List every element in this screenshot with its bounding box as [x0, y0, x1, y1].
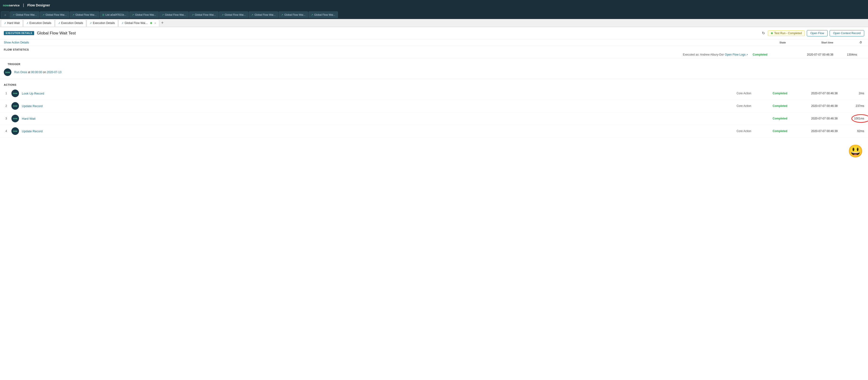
browser-tab-label-6: Global Flow Wai... — [165, 13, 186, 16]
app-tab-label-1: Execution Details — [29, 21, 52, 25]
col-header-start-time: Start time — [786, 41, 833, 44]
add-tab-button[interactable]: + — [160, 21, 165, 25]
col-header-state: State — [753, 41, 786, 44]
test-run-badge: Test Run - Completed — [768, 30, 805, 36]
flow-state: Completed — [753, 53, 786, 56]
action-name-4[interactable]: Update Record — [22, 129, 715, 133]
app-tabs-bar: ↗ Hard Wait ↗ Execution Details ↗ Execut… — [0, 19, 868, 27]
app-tab-exec-3[interactable]: ↗ Execution Details — [87, 20, 118, 27]
exec-title: Global Flow Wait Test — [37, 31, 758, 36]
action-name-1[interactable]: Look Up Record — [22, 92, 715, 95]
action-num-3: 3 — [4, 117, 8, 120]
open-flow-logs-link[interactable]: Open Flow Logs ↗ — [725, 53, 748, 56]
action-start-3: 2020-07-07 00:46:38 — [790, 117, 838, 120]
app-tab-icon-3: ↗ — [90, 22, 92, 25]
actions-title: ACTIONS — [0, 81, 868, 87]
action-type-4: Core Action — [718, 129, 751, 133]
action-type-2: Core Action — [718, 104, 751, 108]
action-state-3: Completed — [754, 117, 787, 120]
action-avatar-4: now — [11, 127, 19, 135]
browser-tab-5[interactable]: ↗ Global Flow Wai... — [129, 11, 159, 18]
action-details-row: Show Action Details State Start time ⏱ — [0, 39, 868, 46]
tab-icon-4: ☰ — [102, 13, 104, 16]
action-start-4: 2020-07-07 00:46:39 — [790, 129, 838, 133]
action-state-1: Completed — [754, 92, 787, 95]
flow-duration: 1304ms — [833, 53, 857, 56]
action-type-1: Core Action — [718, 92, 751, 95]
actions-section: ACTIONS 1 now Look Up Record Core Action… — [0, 79, 868, 139]
browser-tab-4[interactable]: ☰ List a0a0f7821b... — [100, 11, 129, 18]
action-state-2: Completed — [754, 104, 787, 108]
tab-close-icon[interactable]: ✕ — [154, 22, 156, 25]
on-text: on — [43, 70, 47, 74]
open-flow-button[interactable]: Open Flow — [807, 30, 828, 36]
action-duration-2: 237ms — [840, 104, 864, 108]
browser-tab-label-5: Global Flow Wai... — [135, 13, 156, 16]
tab-icon-7: ↗ — [192, 13, 194, 16]
browser-tab-label-2: Global Flow Wai... — [45, 13, 67, 16]
show-action-details-link[interactable]: Show Action Details — [4, 41, 29, 44]
column-headers: State Start time ⏱ — [753, 41, 864, 44]
home-icon: ⌂ — [4, 13, 6, 16]
action-name-2[interactable]: Update Record — [22, 104, 715, 108]
app-tab-label-0: Hard Wait — [7, 21, 20, 25]
table-row: 3 now Hard Wait Completed 2020-07-07 00:… — [0, 112, 868, 125]
browser-tab-1[interactable]: ↗ Global Flow Wai... — [10, 11, 39, 18]
browser-tab-label-11: Global Flow Wai... — [314, 13, 335, 16]
tab-icon-6: ↗ — [162, 13, 164, 16]
browser-tab-11[interactable]: ↗ Global Flow Wai... — [308, 11, 338, 18]
browser-tab-label-8: Global Flow Wai... — [225, 13, 246, 16]
at-text: at — [28, 70, 31, 74]
tab-icon-8: ↗ — [222, 13, 223, 16]
exec-header: EXECUTION DETAILS Global Flow Wait Test … — [0, 27, 868, 39]
flow-statistics-title: FLOW STATISTICS — [0, 46, 868, 52]
tab-icon-10: ↗ — [281, 13, 283, 16]
app-tab-icon-0: ↗ — [4, 22, 6, 25]
browser-tab-3[interactable]: ↗ Global Flow Wai... — [70, 11, 99, 18]
table-row: 2 now Update Record Core Action Complete… — [0, 100, 868, 112]
action-num-2: 2 — [4, 104, 8, 108]
executed-as-label: Executed as: Andrew Albury-Dor — [683, 53, 724, 56]
browser-tab-9[interactable]: ↗ Global Flow Wai... — [249, 11, 278, 18]
trigger-section: TRIGGER now Run Once at 00:00:00 on 2020… — [0, 58, 868, 79]
tab-icon-11: ↗ — [311, 13, 313, 16]
trigger-row: now Run Once at 00:00:00 on 2020-07-13 — [4, 68, 864, 76]
trigger-avatar: now — [4, 68, 11, 76]
refresh-button[interactable]: ↻ — [761, 30, 766, 36]
trigger-title: TRIGGER — [4, 60, 864, 66]
browser-tab-label-1: Global Flow Wai... — [16, 13, 37, 16]
action-avatar-1: now — [11, 90, 19, 97]
external-link-icon: ↗ — [746, 53, 748, 56]
open-context-record-button[interactable]: Open Context Record — [830, 30, 864, 36]
browser-tab-6[interactable]: ↗ Global Flow Wai... — [159, 11, 189, 18]
browser-tab-2[interactable]: ↗ Global Flow Wai... — [40, 11, 69, 18]
trigger-date-link[interactable]: 2020-07-13 — [47, 70, 61, 74]
run-once-link[interactable]: Run Once — [14, 70, 27, 74]
app-logo: nowservice | Flow Designer — [3, 3, 50, 7]
avatar-text: now — [5, 71, 10, 74]
app-name: Flow Designer — [27, 3, 50, 7]
app-tab-hard-wait[interactable]: ↗ Hard Wait — [1, 20, 23, 27]
app-tab-icon-1: ↗ — [26, 22, 28, 25]
browser-tab-label-3: Global Flow Wai... — [75, 13, 97, 16]
browser-tab-home[interactable]: ⌂ — [1, 11, 9, 18]
flow-start-time: 2020-07-07 00:46:38 — [786, 53, 833, 56]
app-tab-exec-2[interactable]: ↗ Execution Details — [55, 20, 86, 27]
trigger-time-link[interactable]: 00:00:00 — [31, 70, 42, 74]
app-tab-global-flow[interactable]: ↗ Global Flow Wai... ✕ — [118, 20, 159, 27]
action-avatar-3: now — [11, 115, 19, 122]
tab-icon-5: ↗ — [132, 13, 134, 16]
browser-tab-10[interactable]: ↗ Global Flow Wai... — [279, 11, 308, 18]
tab-icon-2: ↗ — [42, 13, 44, 16]
logo-servicenow: nowservice — [3, 4, 20, 7]
app-tab-exec-1[interactable]: ↗ Execution Details — [23, 20, 55, 27]
action-duration-4: 62ms — [840, 129, 864, 133]
browser-tab-7[interactable]: ↗ Global Flow Wai... — [189, 11, 219, 18]
main-content: EXECUTION DETAILS Global Flow Wait Test … — [0, 27, 868, 168]
browser-tab-8[interactable]: ↗ Global Flow Wai... — [219, 11, 248, 18]
app-tab-icon-2: ↗ — [58, 22, 60, 25]
action-num-1: 1 — [4, 92, 8, 95]
exec-badge: EXECUTION DETAILS — [4, 31, 34, 35]
action-num-4: 4 — [4, 129, 8, 133]
action-name-3[interactable]: Hard Wait — [22, 117, 715, 120]
